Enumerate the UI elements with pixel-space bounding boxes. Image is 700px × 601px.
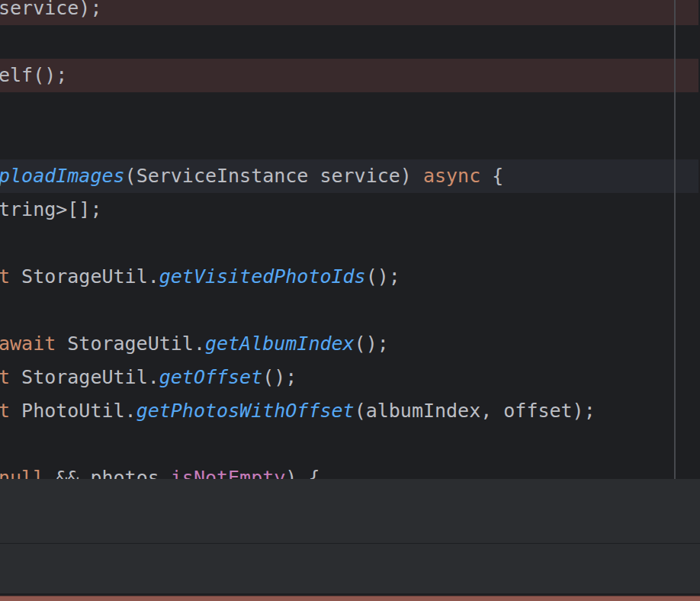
code-line[interactable]: [0, 92, 698, 126]
code-token: (ServiceInstance service): [125, 165, 423, 187]
code-token: getOffset: [159, 366, 262, 388]
code-line[interactable]: [0, 25, 698, 59]
code-token: await: [0, 333, 56, 355]
code-line[interactable]: await StorageUtil.getAlbumIndex();: [0, 327, 698, 361]
code-editor-pane[interactable]: service);elf();ploadImages(ServiceInstan…: [0, 0, 700, 479]
code-token: StorageUtil.: [10, 366, 159, 388]
code-token: (albumIndex, offset);: [355, 400, 596, 422]
code-line[interactable]: ploadImages(ServiceInstance service) asy…: [0, 159, 698, 193]
code-line[interactable]: t StorageUtil.getOffset();: [0, 361, 698, 394]
code-line[interactable]: null && photos.isNotEmpty) {: [0, 461, 698, 479]
code-token: getAlbumIndex: [205, 333, 355, 355]
tool-window-panel-lower[interactable]: [0, 544, 700, 593]
code-token: {: [480, 165, 503, 187]
code-token: ) {: [285, 467, 319, 479]
code-line[interactable]: elf();: [0, 59, 698, 92]
code-line[interactable]: service);: [0, 0, 698, 25]
code-token: StorageUtil.: [56, 333, 205, 355]
code-token: ploadImages: [0, 165, 125, 187]
ide-window: service);elf();ploadImages(ServiceInstan…: [0, 0, 700, 601]
code-token: ();: [366, 265, 400, 288]
code-token: elf();: [0, 64, 67, 86]
code-token: t: [0, 366, 10, 388]
code-token: PhotoUtil.: [10, 400, 136, 422]
code-token: ();: [355, 333, 389, 355]
code-line[interactable]: [0, 428, 698, 461]
code-token: && photos.: [44, 467, 171, 479]
code-token: getVisitedPhotoIds: [159, 265, 366, 288]
code-line[interactable]: [0, 126, 698, 159]
code-token: service);: [0, 0, 101, 19]
code-token: getPhotosWithOffset: [136, 400, 355, 422]
code-line[interactable]: t StorageUtil.getVisitedPhotoIds();: [0, 260, 698, 294]
code-token: t: [0, 265, 10, 288]
code-token: ();: [262, 366, 297, 388]
code-line[interactable]: tring>[];: [0, 193, 698, 227]
code-token: tring>[];: [0, 198, 101, 220]
accent-bar: [0, 596, 700, 601]
code-token: t: [0, 400, 10, 422]
code-line[interactable]: [0, 227, 698, 260]
code-token: async: [423, 165, 480, 187]
code-line[interactable]: [0, 294, 698, 327]
right-margin-guide: [674, 0, 676, 479]
code-line[interactable]: t PhotoUtil.getPhotosWithOffset(albumInd…: [0, 394, 698, 428]
code-token: isNotEmpty: [171, 467, 286, 479]
code-lines: service);elf();ploadImages(ServiceInstan…: [0, 0, 700, 479]
code-token: null: [0, 467, 44, 479]
tool-window-panel-upper[interactable]: [0, 479, 700, 543]
code-token: StorageUtil.: [10, 265, 159, 288]
